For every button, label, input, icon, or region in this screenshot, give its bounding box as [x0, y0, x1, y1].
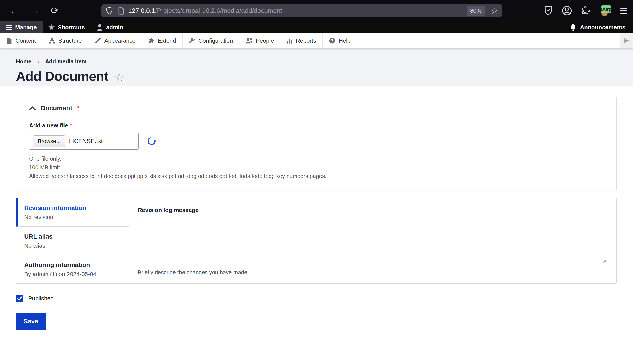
user-icon [96, 24, 103, 31]
file-help-text: One file only. 100 MB limit. Allowed typ… [29, 154, 603, 180]
help-icon: ? [329, 37, 335, 44]
published-checkbox[interactable] [16, 295, 23, 302]
reports-icon [286, 37, 293, 44]
bell-icon [570, 24, 576, 31]
favorite-star-icon[interactable]: ☆ [114, 72, 124, 83]
tab-title: URL alias [24, 233, 122, 240]
page-icon[interactable] [118, 6, 124, 15]
zoom-level-badge[interactable]: 80% [467, 6, 485, 16]
revision-information-panel: Revision log message Briefly describe th… [129, 198, 616, 284]
reload-icon[interactable]: ⟳ [51, 6, 59, 15]
tab-summary: By admin (1) on 2024-05-04 [24, 271, 122, 278]
page-title: Add Document [16, 68, 108, 84]
tab-summary: No revision [24, 214, 122, 221]
content-icon [6, 37, 13, 44]
burp-extension-icon[interactable]: Burp [600, 5, 611, 16]
browser-toolbar: ← → ⟳ 127.0.0.1/Projects/drupal-10.2.6/m… [0, 0, 633, 21]
menu-item-label: Configuration [199, 38, 233, 44]
url-path: /Projects/drupal-10.2.6/media/add/docume… [155, 7, 282, 14]
menu-item-label: Structure [58, 38, 82, 44]
file-field-label: Add a new file [29, 122, 68, 129]
revision-log-textarea[interactable] [138, 217, 607, 264]
collapse-left-icon [623, 38, 630, 44]
drupal-admin-toolbar: Manage ★ Shortcuts admin Announcements [0, 21, 633, 33]
document-fieldset: Document * Add a new file * Browse... LI… [16, 97, 616, 190]
menu-item-label: Appearance [104, 38, 136, 44]
revision-log-label: Revision log message [138, 207, 607, 214]
manage-icon [6, 24, 12, 31]
menu-item-reports[interactable]: Reports [280, 33, 323, 48]
browse-button[interactable]: Browse... [33, 136, 66, 147]
url-host: 127.0.0.1 [128, 7, 155, 14]
page-header: Home › Add media item Add Document ☆ [0, 48, 633, 86]
main-content: Document * Add a new file * Browse... LI… [0, 86, 633, 330]
drupal-menu-bar: Content Structure Appearance Extend [0, 33, 633, 48]
menu-item-configuration[interactable]: Configuration [183, 33, 240, 48]
menu-item-appearance[interactable]: Appearance [88, 33, 142, 48]
breadcrumb: Home › Add media item [16, 58, 633, 65]
toolbar-item-manage[interactable]: Manage [0, 21, 43, 33]
screen: ← → ⟳ 127.0.0.1/Projects/drupal-10.2.6/m… [0, 0, 633, 364]
file-help-line: One file only. [29, 154, 603, 163]
extend-icon [148, 37, 155, 44]
pocket-icon[interactable] [543, 6, 553, 16]
shortcuts-label: Shortcuts [58, 24, 85, 31]
revision-log-description: Briefly describe the changes you have ma… [138, 269, 607, 276]
burp-extension-label: Burp [601, 5, 611, 13]
tab-url-alias[interactable]: URL alias No alias [16, 227, 129, 255]
extensions-icon[interactable] [581, 6, 591, 16]
breadcrumb-current: Add media item [45, 58, 87, 65]
vertical-tabs: Revision information No revision URL ali… [16, 198, 616, 284]
toolbar-item-announcements[interactable]: Announcements [562, 21, 633, 33]
url-text[interactable]: 127.0.0.1/Projects/drupal-10.2.6/media/a… [128, 7, 282, 14]
file-upload-input[interactable]: Browse... LICENSE.txt [29, 132, 139, 150]
save-button[interactable]: Save [16, 313, 46, 330]
announcements-label: Announcements [580, 24, 625, 31]
toolbar-item-admin-user[interactable]: admin [91, 21, 129, 33]
appearance-icon [95, 37, 101, 44]
admin-user-label: admin [106, 24, 123, 31]
tab-revision-information[interactable]: Revision information No revision [16, 198, 129, 227]
url-bar[interactable]: 127.0.0.1/Projects/drupal-10.2.6/media/a… [102, 4, 502, 17]
menu-item-content[interactable]: Content [0, 33, 42, 48]
chevron-up-icon[interactable] [29, 106, 36, 111]
tab-title: Authoring information [24, 262, 122, 268]
menu-item-label: Reports [296, 38, 316, 44]
fieldset-legend[interactable]: Document [41, 104, 72, 112]
back-icon[interactable]: ← [10, 6, 19, 15]
breadcrumb-separator: › [37, 58, 39, 65]
page: Home › Add media item Add Document ☆ Doc… [0, 48, 633, 364]
menu-item-help[interactable]: ? Help [323, 33, 357, 48]
menu-item-people[interactable]: People [239, 33, 280, 48]
file-help-line: Allowed types: htaccess txt rtf doc docx… [29, 172, 603, 180]
toolbar-collapse-button[interactable] [620, 33, 633, 48]
vertical-tabs-menu: Revision information No revision URL ali… [16, 198, 129, 284]
shield-icon[interactable] [106, 6, 113, 15]
menu-item-label: Content [16, 38, 36, 44]
svg-text:?: ? [331, 38, 333, 43]
menu-item-structure[interactable]: Structure [42, 33, 88, 48]
upload-spinner-icon [146, 136, 157, 146]
shortcuts-star-icon: ★ [48, 24, 55, 31]
forward-icon[interactable]: → [30, 6, 40, 15]
account-icon[interactable] [562, 6, 572, 16]
file-help-line: 100 MB limit. [29, 163, 603, 172]
selected-file-name: LICENSE.txt [69, 138, 103, 144]
configuration-icon [189, 37, 195, 44]
required-asterisk: * [70, 122, 72, 129]
menu-item-label: People [256, 38, 274, 44]
tab-summary: No alias [24, 242, 122, 249]
required-asterisk: * [77, 105, 80, 112]
menu-item-extend[interactable]: Extend [142, 33, 183, 48]
browser-menu-icon[interactable] [620, 6, 627, 15]
menu-item-label: Help [339, 38, 350, 44]
people-icon [246, 37, 253, 44]
manage-label: Manage [15, 24, 37, 31]
published-label[interactable]: Published [28, 295, 54, 302]
toolbar-item-shortcuts[interactable]: ★ Shortcuts [43, 21, 91, 33]
tab-authoring-information[interactable]: Authoring information By admin (1) on 20… [16, 255, 129, 284]
tab-title: Revision information [24, 204, 122, 212]
structure-icon [49, 37, 55, 44]
breadcrumb-home-link[interactable]: Home [16, 58, 31, 65]
bookmark-star-icon[interactable]: ☆ [490, 6, 498, 15]
